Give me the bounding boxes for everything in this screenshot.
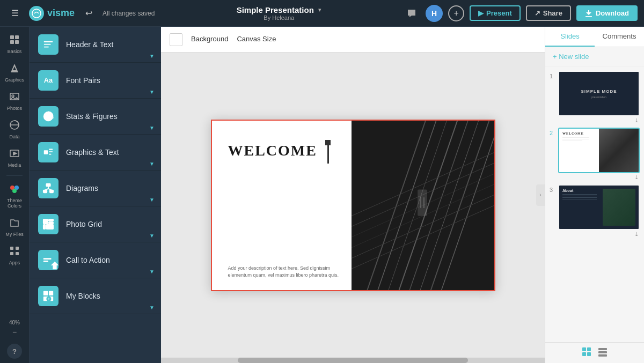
- slides-tabs: Slides Comments: [545, 27, 644, 47]
- topbar-right: H + ▶ Present ↗ Share Download: [403, 5, 638, 22]
- svg-text:40%: 40%: [46, 115, 54, 120]
- download-label: Download: [596, 9, 629, 17]
- panel-item-header-text[interactable]: Header & Text ▼: [30, 27, 161, 63]
- horizontal-scrollbar[interactable]: [161, 358, 545, 363]
- menu-button[interactable]: ☰: [6, 5, 24, 22]
- svg-rect-2: [10, 35, 14, 39]
- sidebar-item-data[interactable]: Data: [2, 116, 27, 143]
- svg-rect-39: [46, 225, 53, 229]
- svg-rect-42: [43, 291, 48, 295]
- sidebar-item-my-files[interactable]: My Files: [2, 214, 27, 240]
- sidebar-item-media[interactable]: Media: [2, 145, 27, 171]
- add-collaborator-button[interactable]: +: [448, 5, 464, 21]
- svg-rect-36: [49, 219, 53, 221]
- share-icon: ↗: [535, 9, 540, 17]
- slide-right-image: [352, 121, 494, 290]
- panel-item-stats-figures[interactable]: 40% Stats & Figures ▼: [30, 99, 161, 135]
- svg-rect-71: [598, 351, 607, 353]
- collapse-panel-button[interactable]: ›: [536, 184, 545, 206]
- panel-diagrams-row: Diagrams ▼: [30, 171, 161, 206]
- download-button[interactable]: Download: [576, 5, 638, 21]
- grid-view-button[interactable]: [582, 347, 591, 359]
- tab-slides[interactable]: Slides: [545, 27, 595, 47]
- new-slide-button[interactable]: + New slide: [545, 47, 644, 66]
- present-button[interactable]: ▶ Present: [470, 5, 521, 21]
- slide-thumb-container-1: 1 SIMPLE MODE presentation ⤓: [550, 71, 640, 123]
- zoom-level: 40%: [9, 320, 20, 325]
- slide-thumb-1[interactable]: SIMPLE MODE presentation: [558, 71, 640, 116]
- slide-2-export-icon[interactable]: ⤓: [634, 174, 639, 180]
- slide-thumb-3[interactable]: About: [558, 184, 640, 230]
- media-icon: [9, 148, 20, 161]
- font-pairs-chevron-icon: ▼: [149, 89, 155, 95]
- data-icon: [9, 120, 20, 133]
- panel-my-blocks-row: + My Blocks ▼: [30, 278, 161, 314]
- panel-item-my-blocks[interactable]: + My Blocks ▼: [30, 278, 161, 314]
- canvas-scroll-area[interactable]: WELCOME Add your description of text her…: [161, 53, 545, 358]
- sidebar-item-graphics[interactable]: Graphics: [2, 60, 27, 86]
- topbar-left: ☰ visme ↩ All changes saved: [6, 5, 155, 22]
- panel-item-photo-grid[interactable]: Photo Grid ▼: [30, 206, 161, 242]
- slide-canvas[interactable]: WELCOME Add your description of text her…: [211, 120, 495, 291]
- slide-number-2: 2: [550, 128, 555, 136]
- slides-bottom-controls: [545, 342, 644, 363]
- slide-3-wrapper: About ⤓: [558, 184, 640, 237]
- sidebar-item-basics[interactable]: Basics: [2, 31, 27, 57]
- canvas-tab-canvas-size[interactable]: Canvas Size: [237, 33, 276, 46]
- canvas-tab-background[interactable]: Background: [191, 33, 228, 46]
- sidebar-item-theme-colors[interactable]: Theme Colors: [2, 180, 27, 212]
- my-files-icon: [9, 217, 20, 231]
- undo-button[interactable]: ↩: [80, 5, 97, 22]
- svg-rect-17: [10, 252, 13, 255]
- slide-3-line-1: [562, 194, 597, 195]
- svg-rect-38: [43, 225, 46, 229]
- stats-figures-label: Stats & Figures: [66, 112, 118, 121]
- apps-icon: [9, 246, 20, 259]
- header-text-chevron-icon: ▼: [149, 53, 155, 59]
- panel-item-call-to-action[interactable]: Call to Action ▼: [30, 242, 161, 278]
- call-to-action-label: Call to Action: [66, 256, 110, 264]
- panel-item-diagrams[interactable]: Diagrams ▼: [30, 171, 161, 206]
- photo-grid-chevron-icon: ▼: [149, 233, 155, 239]
- slide-3-about-text: About: [562, 189, 601, 192]
- panel-item-graphics-text[interactable]: Graphics & Text ▼: [30, 135, 161, 171]
- title-row[interactable]: Simple Presentation ▾: [237, 5, 321, 14]
- svg-rect-29: [46, 184, 50, 187]
- slide-2-thumbnail: WELCOME: [559, 129, 639, 172]
- photo-grid-label: Photo Grid: [66, 220, 102, 228]
- tab-comments[interactable]: Comments: [595, 27, 644, 47]
- panel-item-font-pairs[interactable]: Aa Font Pairs ▼: [30, 63, 161, 99]
- logo-text: visme: [47, 8, 75, 19]
- svg-rect-70: [598, 348, 607, 350]
- slide-2-export-row: ⤓: [558, 173, 640, 180]
- user-avatar-button[interactable]: H: [426, 5, 443, 22]
- stats-figures-icon: 40%: [38, 106, 58, 127]
- share-button[interactable]: ↗ Share: [526, 5, 571, 21]
- photos-label: Photos: [7, 106, 22, 111]
- sidebar-item-photos[interactable]: Photos: [2, 88, 27, 114]
- slide-3-export-icon[interactable]: ⤓: [634, 231, 639, 237]
- zoom-minus-button[interactable]: −: [8, 327, 21, 337]
- svg-rect-43: [49, 291, 53, 295]
- slide-description-text: Add your description of text here. Sed d…: [228, 265, 341, 279]
- comments-button[interactable]: [403, 5, 420, 22]
- color-picker[interactable]: [170, 33, 182, 46]
- slide-3-thumbnail: About: [559, 186, 639, 229]
- slide-1-export-icon[interactable]: ⤓: [634, 117, 639, 123]
- play-icon: ▶: [478, 9, 484, 17]
- svg-rect-16: [16, 247, 19, 250]
- help-button[interactable]: ?: [7, 344, 22, 359]
- main-layout: Basics Graphics Photos Data Media: [0, 27, 644, 363]
- slide-number-1: 1: [550, 71, 555, 79]
- svg-rect-15: [10, 247, 13, 250]
- slide-thumb-2[interactable]: WELCOME: [558, 128, 640, 173]
- canvas-area: Background Canvas Size WELCOME Add your …: [161, 27, 545, 363]
- my-blocks-label: My Blocks: [66, 292, 100, 300]
- panel-graphics-text-row: Graphics & Text ▼: [30, 135, 161, 170]
- slide-1-title: SIMPLE MODE: [581, 89, 617, 94]
- slide-welcome-text: WELCOME: [228, 142, 341, 159]
- sidebar-item-apps[interactable]: Apps: [2, 242, 27, 269]
- basics-label: Basics: [8, 49, 22, 54]
- stats-figures-chevron-icon: ▼: [149, 125, 155, 131]
- list-view-button[interactable]: [598, 347, 608, 359]
